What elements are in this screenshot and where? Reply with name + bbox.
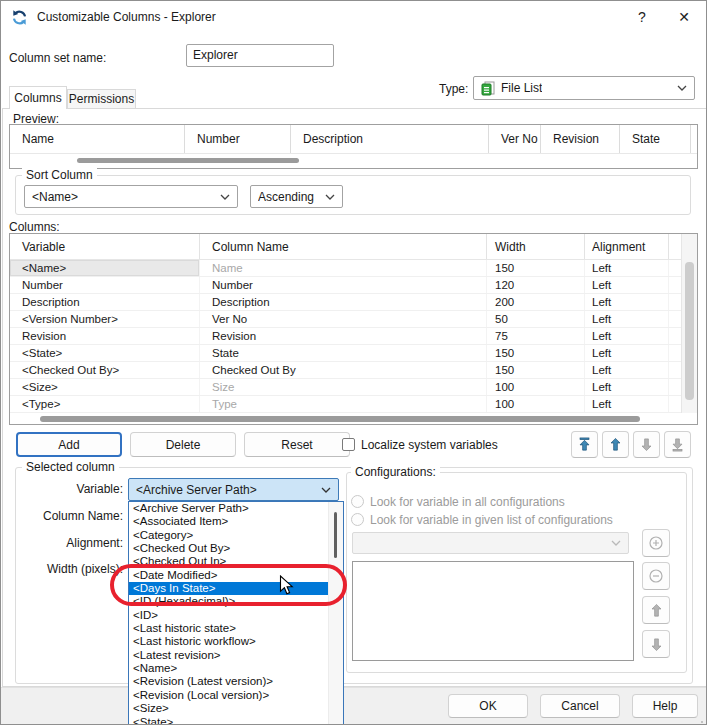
table-row[interactable]: <Type> Type 100 Left [10,396,697,413]
dropdown-scroll-thumb[interactable] [334,512,337,558]
preview-col-verno[interactable]: Ver No [489,125,541,153]
configurations-listbox[interactable] [352,561,634,661]
close-button[interactable]: ✕ [667,1,701,33]
dropdown-scrollbar[interactable] [328,502,343,725]
preview-header-row: Name Number Description Ver No Revision … [10,125,697,154]
delete-button[interactable]: Delete [130,432,236,457]
cell-width: 150 [487,260,585,276]
table-row[interactable]: <Checked Out By> Checked Out By 150 Left [10,362,697,379]
cell-width: 75 [487,328,585,344]
cell-column-name: Ver No [200,311,487,327]
dropdown-item[interactable]: <ID> [129,609,328,622]
cell-column-name: Number [200,277,487,293]
preview-hscrollbar[interactable] [10,154,697,167]
dropdown-item[interactable]: <Checked Out By> [129,542,328,555]
help-button[interactable]: Help [632,694,698,718]
column-set-name-input[interactable]: Explorer [186,44,334,67]
dropdown-item[interactable]: <State> [129,716,328,725]
preview-col-description[interactable]: Description [291,125,489,153]
configurations-combobox[interactable] [352,532,629,554]
header-alignment[interactable]: Alignment [585,234,669,259]
cell-alignment: Left [585,362,669,378]
localize-checkbox[interactable] [342,438,355,451]
table-row[interactable]: Description Description 200 Left [10,294,697,311]
columns-label: Columns: [9,220,60,234]
cell-column-name: Description [200,294,487,310]
sort-column-combobox[interactable]: <Name> [24,185,238,208]
cell-variable: <Type> [10,396,200,412]
radio-list-configurations[interactable] [351,513,364,526]
variable-combobox[interactable]: <Archive Server Path> [128,478,339,501]
configuration-up-button[interactable] [642,596,670,624]
dropdown-item[interactable]: <Name> [129,662,328,675]
move-up-button[interactable] [602,431,629,458]
dropdown-item[interactable]: <Revision (Latest version)> [129,675,328,688]
preview-col-number[interactable]: Number [185,125,291,153]
table-row[interactable]: <Version Number> Ver No 50 Left [10,311,697,328]
radio-all-configurations[interactable] [351,495,364,508]
dropdown-item[interactable]: <Archive Server Path> [129,502,328,515]
ok-button[interactable]: OK [448,694,528,718]
chevron-down-icon [220,194,230,200]
reset-button[interactable]: Reset [244,432,350,457]
preview-header-filler [691,125,697,153]
type-combobox[interactable]: File List [473,76,695,100]
minus-circle-icon [648,568,664,584]
cell-variable: Number [10,277,200,293]
selected-column-legend: Selected column [22,460,119,474]
annotation-ellipse [110,564,347,606]
cell-width: 150 [487,362,585,378]
dropdown-item[interactable]: <Last historic state> [129,622,328,635]
sort-order-combobox[interactable]: Ascending [250,185,343,208]
header-column-name[interactable]: Column Name [200,234,487,259]
mouse-cursor-icon [279,575,294,600]
move-to-bottom-button[interactable] [664,431,691,458]
arrow-to-top-icon [577,437,592,452]
help-titlebar-button[interactable]: ? [625,1,659,33]
dropdown-item[interactable]: <Latest revision> [129,649,328,662]
header-variable[interactable]: Variable [10,234,200,259]
table-row[interactable]: Number Number 120 Left [10,277,697,294]
dropdown-item[interactable]: <Associated Item> [129,515,328,528]
cell-variable: <Name> [10,260,200,276]
move-down-button[interactable] [633,431,660,458]
dropdown-item[interactable]: <Size> [129,702,328,715]
resize-grip-icon[interactable] [694,714,704,725]
configuration-down-button[interactable] [642,630,670,658]
table-hscroll-thumb[interactable] [40,416,640,422]
preview-col-name[interactable]: Name [10,125,185,153]
dropdown-item[interactable]: <Category> [129,529,328,542]
preview-hscroll-thumb[interactable] [77,158,299,163]
chevron-down-icon [321,487,331,493]
cell-column-name: Checked Out By [200,362,487,378]
table-row[interactable]: Revision Revision 75 Left [10,328,697,345]
table-row[interactable]: <Size> Size 100 Left [10,379,697,396]
table-vscroll-thumb[interactable] [685,262,694,400]
table-row[interactable]: <Name> Name 150 Left [10,260,697,277]
tab-permissions[interactable]: Permissions [67,89,136,108]
preview-col-state[interactable]: State [620,125,691,153]
arrow-to-bottom-icon [670,437,685,452]
cancel-button[interactable]: Cancel [540,694,620,718]
cell-width: 150 [487,345,585,361]
chevron-down-icon [611,540,621,546]
add-button[interactable]: Add [16,432,122,457]
localize-label: Localize system variables [361,438,498,452]
window-title: Customizable Columns - Explorer [37,1,216,33]
cell-width: 120 [487,277,585,293]
move-to-top-button[interactable] [571,431,598,458]
dropdown-item[interactable]: <Last historic workflow> [129,635,328,648]
table-vscrollbar[interactable] [681,234,697,413]
header-width[interactable]: Width [487,234,585,259]
arrow-up-icon [649,603,664,618]
sort-order-value: Ascending [258,190,314,204]
tab-columns[interactable]: Columns [9,86,67,109]
remove-configuration-button[interactable] [642,562,670,590]
add-configuration-button[interactable] [642,529,670,557]
preview-col-revision[interactable]: Revision [541,125,620,153]
sort-column-legend: Sort Column [22,168,97,182]
table-hscrollbar[interactable] [10,413,697,424]
dropdown-item[interactable]: <Revision (Local version)> [129,689,328,702]
cell-alignment: Left [585,311,669,327]
table-row[interactable]: <State> State 150 Left [10,345,697,362]
